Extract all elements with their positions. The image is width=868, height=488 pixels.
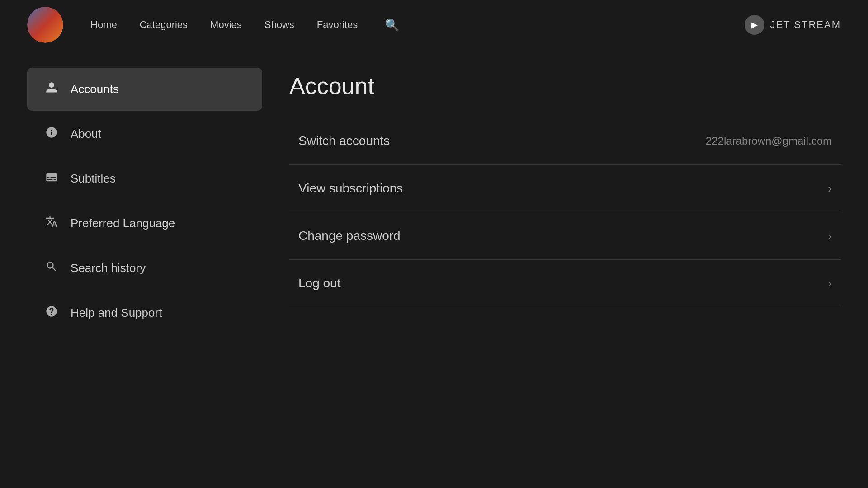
subtitles-icon xyxy=(43,171,60,187)
sidebar-about-label: About xyxy=(71,127,101,141)
log-out-right: › xyxy=(828,277,832,291)
main-content: Accounts About Subtitles xyxy=(0,50,868,488)
change-password-item[interactable]: Change password › xyxy=(289,212,841,260)
sidebar-item-search-history[interactable]: Search history xyxy=(27,247,262,290)
sidebar-item-subtitles[interactable]: Subtitles xyxy=(27,157,262,200)
search-icon[interactable]: 🔍 xyxy=(385,18,399,32)
language-icon xyxy=(43,216,60,231)
account-menu: Switch accounts 222larabrown@gmail.com V… xyxy=(289,117,841,307)
switch-accounts-row[interactable]: Switch accounts 222larabrown@gmail.com xyxy=(289,117,841,165)
nav-shows[interactable]: Shows xyxy=(264,19,294,31)
info-icon xyxy=(43,126,60,142)
sidebar-search-history-label: Search history xyxy=(71,261,146,275)
nav-home[interactable]: Home xyxy=(90,19,117,31)
page-title: Account xyxy=(289,72,841,99)
nav-favorites[interactable]: Favorites xyxy=(317,19,358,31)
sidebar-item-about[interactable]: About xyxy=(27,113,262,155)
brand-play-icon: ▶ xyxy=(745,15,764,35)
view-subscriptions-item[interactable]: View subscriptions › xyxy=(289,165,841,212)
log-out-label: Log out xyxy=(298,276,340,291)
sidebar: Accounts About Subtitles xyxy=(27,68,262,470)
search-history-icon xyxy=(43,260,60,276)
brand-name: JET STREAM xyxy=(770,19,841,31)
change-password-right: › xyxy=(828,229,832,243)
view-subscriptions-label: View subscriptions xyxy=(298,181,403,196)
sidebar-accounts-label: Accounts xyxy=(71,82,119,96)
help-icon xyxy=(43,305,60,321)
log-out-item[interactable]: Log out › xyxy=(289,260,841,307)
sidebar-subtitles-label: Subtitles xyxy=(71,172,116,186)
view-subscriptions-right: › xyxy=(828,182,832,196)
nav-categories[interactable]: Categories xyxy=(140,19,188,31)
sidebar-item-help-and-support[interactable]: Help and Support xyxy=(27,291,262,334)
logo[interactable] xyxy=(27,7,63,43)
chevron-right-icon: › xyxy=(828,182,832,196)
nav-movies[interactable]: Movies xyxy=(210,19,242,31)
chevron-right-icon: › xyxy=(828,277,832,291)
header: Home Categories Movies Shows Favorites 🔍… xyxy=(0,0,868,50)
sidebar-help-support-label: Help and Support xyxy=(71,306,162,320)
chevron-right-icon: › xyxy=(828,229,832,243)
brand: ▶ JET STREAM xyxy=(745,15,841,35)
user-icon xyxy=(43,81,60,97)
sidebar-preferred-language-label: Preferred Language xyxy=(71,216,175,230)
change-password-label: Change password xyxy=(298,229,401,243)
switch-accounts-label: Switch accounts xyxy=(298,134,390,148)
sidebar-item-preferred-language[interactable]: Preferred Language xyxy=(27,202,262,245)
sidebar-item-accounts[interactable]: Accounts xyxy=(27,68,262,111)
main-nav: Home Categories Movies Shows Favorites 🔍 xyxy=(90,18,745,32)
logo-avatar xyxy=(27,7,63,43)
content-area: Account Switch accounts 222larabrown@gma… xyxy=(289,68,841,470)
switch-accounts-email: 222larabrown@gmail.com xyxy=(706,135,832,147)
